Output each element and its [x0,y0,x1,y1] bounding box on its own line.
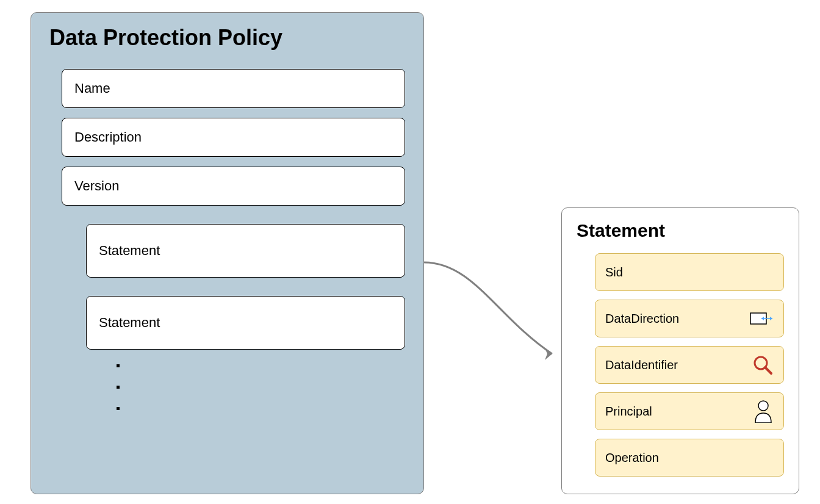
statement-item-sid: Sid [595,253,784,291]
statement-item-operation: Operation [595,439,784,477]
statement-item-label: Sid [605,265,623,279]
policy-field-version: Version [62,167,405,206]
policy-container: Data Protection Policy Name Description … [31,12,424,494]
statement-item-label: Principal [605,405,652,419]
search-icon [752,354,774,376]
dot [117,386,120,389]
ellipsis-dots [117,364,405,410]
policy-field-name: Name [62,69,405,108]
statement-detail-container: Statement Sid DataDirection DataIdentifi… [561,207,799,494]
svg-point-4 [758,401,768,411]
statement-detail-title: Statement [577,220,784,241]
policy-field-description: Description [62,118,405,157]
user-icon [753,400,774,423]
direction-icon [749,309,774,328]
arrow-connector [424,256,564,366]
svg-line-3 [765,367,771,373]
dot [117,364,120,367]
statement-item-label: DataIdentifier [605,358,678,372]
statement-item-principal: Principal [595,392,784,430]
statement-item-label: DataDirection [605,312,679,326]
policy-title: Data Protection Policy [49,25,405,51]
statement-item-label: Operation [605,451,659,465]
policy-statement-2: Statement [86,296,405,350]
statement-item-dataidentifier: DataIdentifier [595,346,784,384]
dot [117,407,120,410]
policy-statement-1: Statement [86,224,405,278]
statement-item-datadirection: DataDirection [595,300,784,337]
